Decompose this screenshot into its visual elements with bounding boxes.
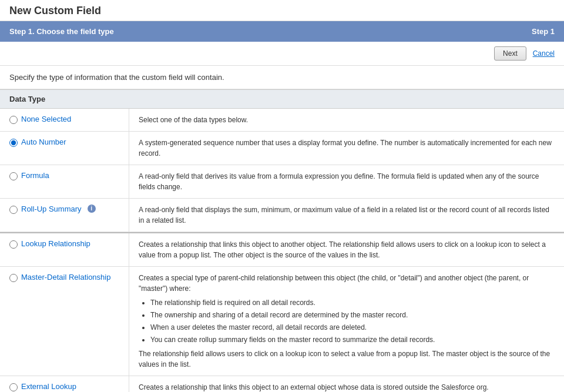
next-button[interactable]: Next bbox=[494, 46, 526, 61]
description-row: Specify the type of information that the… bbox=[0, 66, 564, 89]
field-link-auto-number[interactable]: Auto Number bbox=[21, 138, 66, 146]
radio-roll-up-summary[interactable] bbox=[9, 206, 18, 214]
field-link-formula[interactable]: Formula bbox=[21, 171, 49, 180]
field-desc-lookup-relationship: Creates a relationship that links this o… bbox=[129, 233, 564, 266]
field-desc-formula: A read-only field that derives its value… bbox=[129, 165, 564, 198]
radio-none-selected[interactable] bbox=[9, 116, 18, 124]
radio-external-lookup-relationship[interactable] bbox=[9, 383, 18, 391]
step-header-right: Step 1 bbox=[532, 27, 555, 36]
table-row: Master-Detail Relationship Creates a spe… bbox=[0, 267, 564, 376]
radio-lookup-relationship[interactable] bbox=[9, 240, 18, 249]
field-label-cell: Auto Number bbox=[0, 132, 129, 165]
field-link-lookup-relationship[interactable]: Lookup Relationship bbox=[21, 239, 90, 248]
table-row: Auto Number A system-generated sequence … bbox=[0, 132, 564, 165]
field-label-cell: Formula bbox=[0, 165, 129, 198]
list-item: The relationship field is required on al… bbox=[150, 297, 555, 308]
step-header-left: Step 1. Choose the field type bbox=[9, 27, 114, 36]
field-label-cell: Master-Detail Relationship bbox=[0, 267, 129, 376]
info-icon[interactable]: i bbox=[88, 205, 96, 213]
table-row: None Selected Select one of the data typ… bbox=[0, 109, 564, 132]
main-container: Data Type None Selected Select one of th… bbox=[0, 89, 564, 392]
field-label-cell: None Selected bbox=[0, 109, 129, 131]
field-link-none-selected[interactable]: None Selected bbox=[21, 115, 71, 123]
field-link-master-detail-relationship[interactable]: Master-Detail Relationship bbox=[21, 273, 110, 282]
field-link-external-lookup-relationship[interactable]: External Lookup Relationship bbox=[21, 382, 119, 392]
toolbar: Next Cancel bbox=[0, 42, 564, 66]
field-desc-none-selected: Select one of the data types below. bbox=[129, 109, 564, 131]
step-header: Step 1. Choose the field type Step 1 bbox=[0, 21, 564, 42]
table-row: Roll-Up Summary i A read-only field that… bbox=[0, 199, 564, 232]
field-label-cell: Lookup Relationship bbox=[0, 233, 129, 266]
description-text: Specify the type of information that the… bbox=[9, 73, 224, 82]
field-label-cell: External Lookup Relationship bbox=[0, 376, 129, 392]
list-item: The ownership and sharing of a detail re… bbox=[150, 310, 555, 320]
table-row: Lookup Relationship Creates a relationsh… bbox=[0, 232, 564, 267]
list-item: When a user deletes the master record, a… bbox=[150, 322, 555, 333]
table-row: External Lookup Relationship Creates a r… bbox=[0, 376, 564, 392]
field-desc-master-detail-relationship: Creates a special type of parent-child r… bbox=[129, 267, 564, 376]
radio-master-detail-relationship[interactable] bbox=[9, 274, 18, 282]
data-type-header: Data Type bbox=[0, 89, 564, 109]
cancel-button[interactable]: Cancel bbox=[533, 49, 555, 58]
field-label-cell: Roll-Up Summary i bbox=[0, 199, 129, 232]
radio-auto-number[interactable] bbox=[9, 139, 18, 147]
list-item: You can create rollup summary fields on … bbox=[150, 334, 555, 345]
table-row: Formula A read-only field that derives i… bbox=[0, 165, 564, 199]
field-link-roll-up-summary[interactable]: Roll-Up Summary bbox=[21, 205, 82, 213]
radio-formula[interactable] bbox=[9, 172, 18, 180]
master-detail-bullets: The relationship field is required on al… bbox=[139, 297, 555, 345]
page-title: New Custom Field bbox=[9, 5, 101, 16]
field-desc-external-lookup-relationship: Creates a relationship that links this o… bbox=[129, 376, 564, 392]
field-desc-auto-number: A system-generated sequence number that … bbox=[129, 132, 564, 165]
page-header: New Custom Field bbox=[0, 0, 564, 21]
field-desc-roll-up-summary: A read-only field that displays the sum,… bbox=[129, 199, 564, 232]
